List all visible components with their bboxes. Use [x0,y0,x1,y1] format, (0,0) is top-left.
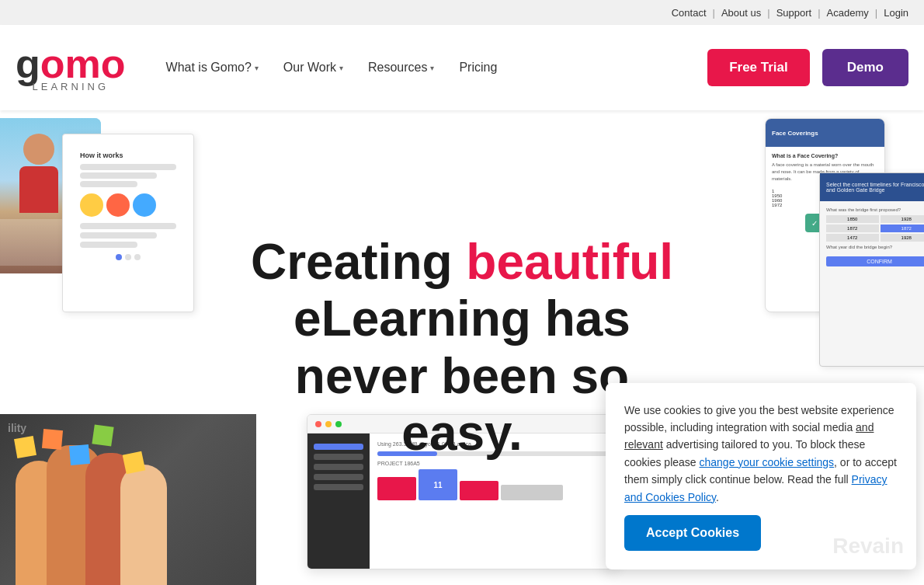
cookie-text: We use cookies to give you the best webs… [624,402,898,506]
about-us-link[interactable]: About us [721,7,761,19]
nav-our-work[interactable]: Our Work ▾ [274,54,353,81]
people-image: ility [0,414,256,585]
chevron-down-icon: ▾ [430,64,434,72]
nav-links: What is Gomo? ▾ Our Work ▾ Resources ▾ P… [157,54,708,81]
sep1: | [713,7,715,19]
nav-resources[interactable]: Resources ▾ [359,54,443,81]
logo-area[interactable]: gomo LEARNING [16,44,126,92]
logo-omo: omo [40,44,126,84]
device-left-how-it-works: How it works [62,134,194,312]
nav-pricing[interactable]: Pricing [450,54,506,81]
device-right-timeline: Select the correct timelines for Francis… [819,172,924,367]
chevron-down-icon: ▾ [339,64,343,72]
cookie-banner: We use cookies to give you the best webs… [606,383,916,569]
demo-button[interactable]: Demo [822,49,908,86]
cookie-body5: . [716,491,719,503]
hero-line1-accent: beautiful [466,233,673,289]
logo-gomo: gomo [16,44,126,84]
revain-watermark: Revain [832,534,904,559]
hero-section: How it works [0,110,924,585]
hero-line1-text: Creating [251,233,466,289]
change-cookie-settings-link[interactable]: change your cookie settings [700,456,835,468]
support-link[interactable]: Support [776,7,812,19]
sep2: | [767,7,769,19]
logo-learning: LEARNING [16,81,126,92]
chevron-down-icon: ▾ [255,64,259,72]
logo-g: g [16,44,40,84]
free-trial-button[interactable]: Free Trial [707,49,810,86]
contact-link[interactable]: Contact [672,7,707,19]
academy-link[interactable]: Academy [827,7,869,19]
sep4: | [875,7,877,19]
main-nav: gomo LEARNING What is Gomo? ▾ Our Work ▾… [0,25,924,110]
login-link[interactable]: Login [884,7,908,19]
logo-stack: gomo LEARNING [16,44,126,92]
sep3: | [818,7,820,19]
utility-bar: Contact | About us | Support | Academy |… [0,0,924,25]
hero-line2: eLearning has [294,291,630,346]
hero-line3: never been so easy. [295,348,629,461]
nav-what-is-gomo[interactable]: What is Gomo? ▾ [157,54,268,81]
cookie-body1: We use cookies to give you the best webs… [624,404,894,434]
nav-cta: Free Trial Demo [707,49,908,86]
accept-cookies-button[interactable]: Accept Cookies [624,515,761,551]
device-title: How it works [80,151,176,159]
